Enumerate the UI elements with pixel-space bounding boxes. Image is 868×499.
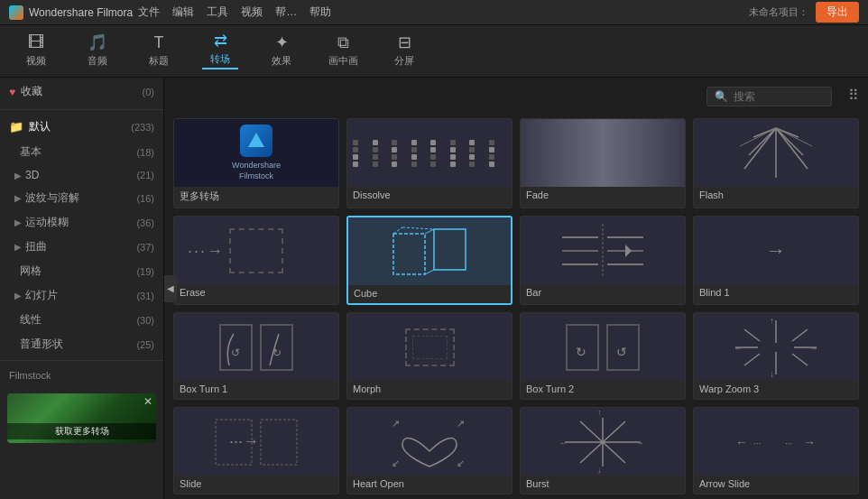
transition-morph[interactable]: Morph <box>346 312 512 400</box>
svg-text:↙: ↙ <box>392 457 400 468</box>
transition-boxturn2-thumb: ↻ ↺ <box>521 313 685 381</box>
sidebar-item-motionblur[interactable]: ▶ 运动模糊 (36) <box>0 210 163 235</box>
menu-help2[interactable]: 帮助 <box>309 5 331 20</box>
svg-text:↓: ↓ <box>597 466 602 474</box>
expand-motion-icon: ▶ <box>14 217 22 227</box>
toolbar-transition[interactable]: ⇄ 转场 <box>202 32 238 69</box>
transition-boxturn2-label: Box Turn 2 <box>521 381 685 399</box>
toolbar-video[interactable]: 🎞 视频 <box>18 34 54 68</box>
sidebar-item-motionblur-label: 运动模糊 <box>25 215 136 230</box>
transition-arrowslide[interactable]: ← ··· ··· → Arrow Slide <box>693 407 859 494</box>
sidebar-item-basic[interactable]: 基本 (18) <box>0 140 163 164</box>
transition-warpzoom3[interactable]: ↑ ↓ ← → Warp Zoom 3 <box>693 312 859 400</box>
sidebar-item-linear[interactable]: 线性 (30) <box>0 308 163 332</box>
sidebar-item-shapes[interactable]: 普通形状 (25) <box>0 332 163 356</box>
transition-slide[interactable]: ···→ Slide <box>173 407 339 494</box>
export-button[interactable]: 导出 <box>816 2 859 23</box>
svg-line-8 <box>740 128 776 146</box>
toolbar-pip-label: 画中画 <box>328 54 358 68</box>
menu-video[interactable]: 视频 <box>241 5 263 20</box>
svg-line-9 <box>776 128 812 146</box>
toolbar-split[interactable]: ⊟ 分屏 <box>386 34 422 68</box>
transition-wondershare-label: 更多转场 <box>174 187 338 208</box>
sidebar-item-slideshow-label: 幻灯片 <box>25 288 136 303</box>
svg-text:↻: ↻ <box>272 347 282 359</box>
favorites-label: 收藏 <box>15 84 142 99</box>
svg-text:↗: ↗ <box>392 418 400 429</box>
arrowslide-svg: ← ··· ··· → <box>731 411 821 474</box>
toolbar-video-label: 视频 <box>26 54 46 68</box>
svg-rect-45 <box>261 420 297 465</box>
filmstock-preview[interactable]: ✕ 获取更多转场 <box>7 393 156 443</box>
transition-cube-thumb <box>348 217 511 285</box>
svg-text:↙: ↙ <box>457 457 465 468</box>
sidebar-item-slideshow[interactable]: ▶ 幻灯片 (31) <box>0 283 163 308</box>
transition-burst[interactable]: ↑ ↓ ← → Burst <box>520 407 686 494</box>
toolbar-effect-label: 效果 <box>272 54 291 68</box>
sidebar-item-slideshow-count: (31) <box>136 291 154 301</box>
transition-dissolve[interactable]: Dissolve <box>346 118 512 208</box>
toolbar-pip[interactable]: ⧉ 画中画 <box>325 34 361 68</box>
svg-line-2 <box>749 128 776 155</box>
transition-fade-label: Fade <box>521 187 685 205</box>
toolbar-audio[interactable]: 🎵 音频 <box>79 34 115 68</box>
svg-text:→: → <box>636 439 644 448</box>
sidebar-favorites[interactable]: ♥ 收藏 (0) <box>0 78 163 106</box>
transition-bar-label: Bar <box>521 284 685 302</box>
sidebar-default[interactable]: 📁 默认 (233) <box>0 114 163 140</box>
transition-boxturn1[interactable]: ↺ ↻ Box Turn 1 <box>173 312 339 400</box>
transition-warpzoom3-thumb: ↑ ↓ ← → <box>694 313 858 381</box>
transition-burst-label: Burst <box>521 476 685 494</box>
svg-line-3 <box>776 128 803 155</box>
svg-text:↺: ↺ <box>616 345 627 359</box>
transition-cube[interactable]: Cube <box>346 216 512 305</box>
transition-bar[interactable]: Bar <box>520 216 686 305</box>
transition-wondershare-thumb: WondershareFilmstock <box>174 119 338 187</box>
transition-fade[interactable]: Fade <box>520 118 686 208</box>
toolbar: 🎞 视频 🎵 音频 T 标题 ⇄ 转场 ✦ 效果 ⧉ 画中画 ⊟ 分屏 <box>0 25 868 78</box>
menu-tools[interactable]: 工具 <box>207 5 228 20</box>
favorites-count: (0) <box>143 87 154 97</box>
transition-heartopen[interactable]: ↗ ↗ ↙ ↙ Heart Open <box>346 407 512 494</box>
sidebar-item-distort[interactable]: ▶ 扭曲 (37) <box>0 235 163 259</box>
toolbar-title[interactable]: T 标题 <box>141 34 177 68</box>
grid-view-button[interactable]: ⠿ <box>848 87 859 104</box>
boxturn1-svg: ↺ ↻ <box>211 316 301 379</box>
sidebar-item-ripple[interactable]: ▶ 波纹与溶解 (16) <box>0 186 163 210</box>
erase-arrow-icon: ···→ <box>188 241 225 260</box>
transition-warpzoom3-label: Warp Zoom 3 <box>694 381 858 399</box>
sidebar-item-grid[interactable]: 网格 (19) <box>0 259 163 283</box>
transition-dissolve-label: Dissolve <box>347 187 512 205</box>
sidebar-separator-2 <box>0 360 163 361</box>
toolbar-effect[interactable]: ✦ 效果 <box>263 34 300 68</box>
sidebar-item-distort-count: (37) <box>136 242 154 253</box>
sidebar-item-distort-label: 扭曲 <box>25 239 136 254</box>
sidebar-item-3d[interactable]: ▶ 3D (21) <box>0 164 163 186</box>
menu-help1[interactable]: 帮… <box>275 5 297 20</box>
transition-dissolve-thumb <box>347 119 512 187</box>
titlebar-right: 未命名项目： 导出 <box>749 2 859 23</box>
morph-rect <box>405 328 455 366</box>
transition-wondershare[interactable]: WondershareFilmstock 更多转场 <box>173 118 339 208</box>
warpzoom-svg: ↑ ↓ ← → <box>731 316 821 379</box>
menu-file[interactable]: 文件 <box>138 5 160 20</box>
transition-blind1[interactable]: → Blind 1 <box>693 216 859 305</box>
transition-heartopen-label: Heart Open <box>347 476 512 494</box>
transition-boxturn2[interactable]: ↻ ↺ Box Turn 2 <box>520 312 686 400</box>
search-input[interactable] <box>734 90 824 103</box>
transition-flash[interactable]: Flash <box>693 118 859 208</box>
svg-line-36 <box>744 329 760 341</box>
transition-bar-thumb <box>521 217 685 284</box>
fade-gradient <box>521 119 685 187</box>
sidebar-item-ripple-label: 波纹与溶解 <box>25 190 136 206</box>
transition-erase[interactable]: ···→ Erase <box>173 216 339 305</box>
titlebar-left: Wondershare Filmora 文件 编辑 工具 视频 帮… 帮助 <box>9 5 331 20</box>
project-name: 未命名项目： <box>749 5 808 19</box>
svg-line-15 <box>402 227 434 229</box>
menu-edit[interactable]: 编辑 <box>172 5 194 20</box>
sidebar-collapse-button[interactable]: ◀ <box>164 275 177 302</box>
transition-boxturn1-thumb: ↺ ↻ <box>174 313 338 381</box>
filmstock-close-icon[interactable]: ✕ <box>143 395 152 408</box>
blind-arrow-icon: → <box>766 239 786 263</box>
transition-erase-label: Erase <box>174 284 338 302</box>
